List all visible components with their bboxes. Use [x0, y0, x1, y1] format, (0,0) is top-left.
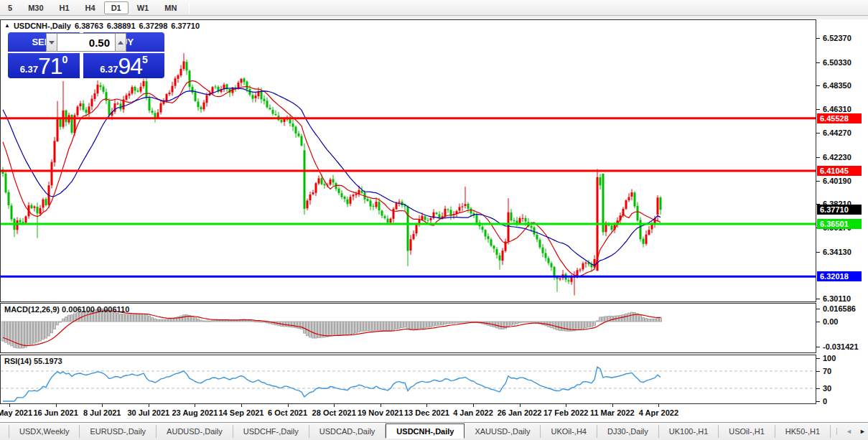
axis-tick-mark: [816, 299, 820, 299]
axis-tick-mark: [816, 109, 820, 110]
axis-tick-mark: [816, 371, 820, 372]
symbol-tab-hk50[interactable]: HK50-,H1: [775, 425, 831, 438]
date-label: 19 Nov 2021: [358, 408, 403, 417]
date-label: 23 Aug 2021: [172, 408, 218, 417]
symbol-tab-usdcnh[interactable]: USDCNH-,Daily: [386, 423, 465, 439]
axis-tick-mark: [816, 388, 820, 389]
volume-decrease-button[interactable]: [46, 33, 57, 52]
toolbar-separator: [189, 2, 190, 14]
date-label: 16 Jun 2021: [33, 408, 78, 417]
price-tick-label: 6.50330: [823, 58, 851, 67]
symbol-tab-usdx[interactable]: USDX,Weekly: [9, 425, 80, 438]
rsi-chart[interactable]: [1, 355, 816, 403]
date-tick-mark: [56, 404, 57, 407]
price-tick-label: 6.42230: [823, 153, 851, 162]
tab-scroll-controls: ◄►: [836, 428, 866, 435]
ohlc-high: 6.38891: [107, 22, 136, 30]
date-tick-mark: [288, 404, 289, 407]
rsi-label: RSI(14) 55.1973: [4, 357, 62, 365]
macd-tick-label: 0.00: [823, 317, 838, 327]
axis-tick-mark: [816, 38, 820, 39]
date-tick-mark: [195, 404, 195, 407]
timeframe-button-h1[interactable]: H1: [52, 1, 77, 14]
price-tick-label: 6.52370: [823, 34, 851, 43]
line-price-badge: 6.41045: [817, 166, 862, 176]
ohlc-close: 6.37710: [171, 22, 200, 30]
sell-price-big: 71: [38, 55, 62, 77]
axis-tick-mark: [816, 252, 820, 253]
price-chart-panel[interactable]: ▲ USDCNH-,Daily 6.38763 6.38891 6.37298 …: [0, 19, 816, 302]
rsi-panel[interactable]: RSI(14) 55.1973: [0, 355, 816, 404]
date-label: 13 Dec 2021: [404, 408, 449, 417]
tab-scroll-right-icon[interactable]: ►: [859, 428, 866, 435]
sell-price-display[interactable]: 6.37 71 0: [8, 53, 80, 78]
date-tick-mark: [612, 404, 613, 407]
timeframe-button-mn[interactable]: MN: [157, 1, 184, 14]
buy-price-display[interactable]: 6.37 94 5: [83, 53, 164, 78]
date-tick-mark: [149, 404, 149, 407]
axis-tick-mark: [816, 401, 820, 402]
symbol-tab-usdcad[interactable]: USDCAD-,Daily: [309, 425, 386, 438]
expand-symbol-icon[interactable]: ▲: [4, 22, 10, 29]
line-price-badge: 6.45528: [817, 113, 862, 123]
date-label: 17 Feb 2022: [543, 408, 588, 417]
symbol-tab-bar: USDX,WeeklyEURUSD-,DailyAUDUSD-,DailyUSD…: [0, 422, 868, 440]
axis-tick-mark: [816, 85, 820, 86]
date-tick-mark: [566, 404, 566, 407]
symbol-tab-usoil[interactable]: USOil-,H1: [719, 425, 775, 438]
axis-tick-mark: [816, 309, 820, 309]
axis-tick-mark: [816, 133, 820, 134]
macd-panel[interactable]: MACD(12,26,9) 0.006100 0.006110: [0, 303, 816, 353]
symbol-tab-usdchf[interactable]: USDCHF-,Daily: [233, 425, 309, 438]
date-tick-mark: [658, 404, 659, 407]
date-axis[interactable]: 25 May 202116 Jun 20218 Jul 202130 Jul 2…: [0, 404, 868, 422]
timeframe-button-h4[interactable]: H4: [78, 1, 103, 14]
symbol-tab-dj30[interactable]: DJ30-,Daily: [597, 425, 659, 438]
date-tick-mark: [241, 404, 242, 407]
date-label: 11 Mar 2022: [590, 408, 635, 417]
volume-input[interactable]: [57, 33, 115, 52]
date-label: 26 Jan 2022: [498, 408, 542, 417]
date-label: 8 Jul 2021: [83, 408, 121, 417]
date-tick-mark: [9, 404, 10, 407]
symbol-tab-eurusd[interactable]: EURUSD-,Daily: [80, 425, 157, 438]
axis-tick-mark: [816, 181, 820, 182]
date-tick-mark: [334, 404, 335, 407]
axis-tick-mark: [816, 322, 820, 322]
axis-tick-mark: [816, 157, 820, 158]
price-axis[interactable]: 6.523706.503306.483506.463106.442706.422…: [816, 19, 868, 404]
timeframe-button-5[interactable]: 5: [1, 1, 19, 14]
symbol-tab-ukoil[interactable]: UKOil-,H4: [541, 425, 597, 438]
date-label: 28 Oct 2021: [312, 408, 356, 417]
timeframe-button-w1[interactable]: W1: [130, 1, 157, 14]
symbol-tab-audusd[interactable]: AUDUSD-,Daily: [157, 425, 233, 438]
date-tick-mark: [381, 404, 381, 407]
timeframe-button-d1[interactable]: D1: [104, 1, 129, 14]
buy-price-small: 6.37: [100, 64, 118, 75]
symbol-tab-xauusd[interactable]: XAUUSD-,Daily: [465, 425, 541, 438]
axis-tick-mark: [816, 62, 820, 63]
volume-increase-button[interactable]: [115, 33, 126, 52]
line-price-badge: 6.36501: [817, 219, 862, 229]
date-tick-mark: [473, 404, 474, 407]
price-tick-label: 6.34130: [823, 248, 851, 257]
date-label: 4 Apr 2022: [639, 408, 678, 417]
timeframe-button-m30[interactable]: M30: [21, 1, 50, 14]
axis-tick-mark: [816, 358, 820, 359]
timeframe-toolbar: 5M30H1H4D1W1MN: [0, 0, 868, 16]
rsi-tick-label: 30: [823, 384, 831, 393]
rsi-tick-label: 100: [823, 354, 836, 363]
macd-tick-label: 0.016586: [823, 304, 856, 314]
date-label: 4 Jan 2022: [453, 408, 493, 417]
sell-price-small: 6.37: [20, 64, 38, 75]
buy-price-sup: 5: [142, 54, 148, 65]
date-label: 6 Oct 2021: [268, 408, 307, 417]
ohlc-low: 6.37298: [139, 22, 168, 30]
date-tick-mark: [102, 404, 103, 407]
price-tick-label: 6.30110: [823, 294, 851, 304]
macd-label: MACD(12,26,9) 0.006100 0.006110: [4, 305, 129, 314]
price-tick-label: 6.48350: [823, 81, 851, 90]
symbol-tab-uk100[interactable]: UK100-,H1: [659, 425, 719, 438]
tab-scroll-left-icon[interactable]: ◄: [846, 428, 852, 435]
arrow-down-icon: [49, 41, 55, 45]
